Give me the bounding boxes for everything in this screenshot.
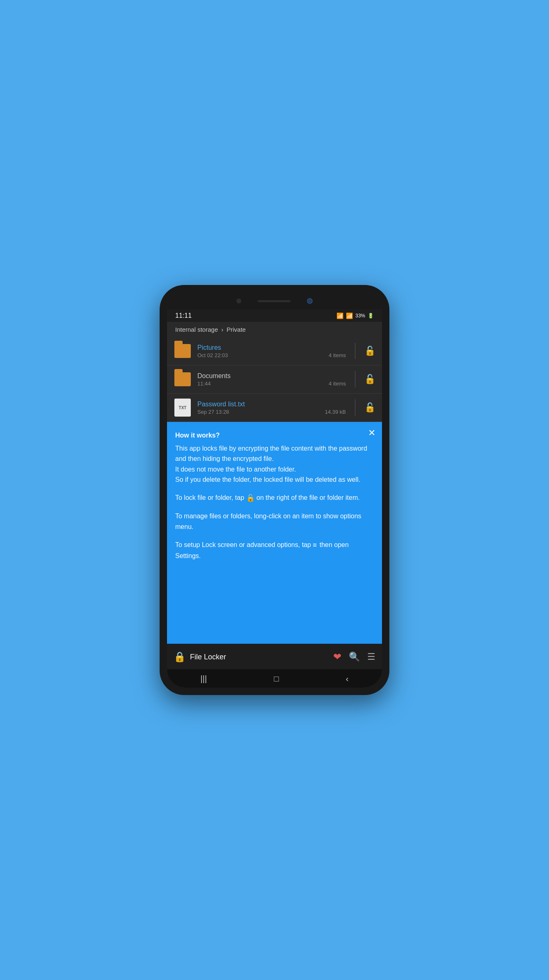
lock-divider: [355, 343, 355, 359]
file-meta-password: Sep 27 13:28 14.39 kB: [197, 409, 346, 415]
battery-icon: 🔋: [368, 313, 374, 319]
breadcrumb-root[interactable]: Internal storage: [175, 326, 218, 333]
app-nav-left: 🔒 File Locker: [174, 651, 226, 663]
recent-apps-button[interactable]: |||: [201, 674, 207, 684]
info-section-settings: To setup Lock screen or advanced options…: [175, 540, 374, 561]
app-lock-icon: 🔒: [174, 651, 186, 663]
breadcrumb-current: Private: [226, 326, 246, 333]
file-date-pictures: Oct 02 22:03: [197, 352, 228, 358]
file-info-documents: Documents 11:44 4 items: [197, 372, 346, 387]
file-name-password: Password list.txt: [197, 401, 346, 408]
file-date-documents: 11:44: [197, 381, 211, 387]
list-item[interactable]: TXT Password list.txt Sep 27 13:28 14.39…: [167, 394, 382, 422]
lock-button-documents[interactable]: 🔓: [364, 374, 375, 385]
txt-icon-password: TXT: [174, 399, 192, 417]
phone-device: 11:11 📶 📶 33% 🔋 Internal storage › Priva…: [160, 285, 389, 695]
info-popup: ✕ How it works? This app locks file by e…: [167, 422, 382, 644]
info-section-lock: To lock file or folder, tap 🔓 on the rig…: [175, 492, 374, 504]
folder-icon-pictures: [174, 342, 192, 360]
info-section-title: How it works? This app locks file by enc…: [175, 430, 374, 485]
info-popup-description: This app locks file by encrypting the fi…: [175, 443, 374, 485]
file-meta-documents: 11:44 4 items: [197, 381, 346, 387]
menu-icon[interactable]: ☰: [367, 652, 375, 662]
home-button[interactable]: □: [274, 674, 279, 684]
lock-inline-icon: 🔓: [246, 492, 255, 504]
hardware-camera-dot: [236, 299, 241, 303]
file-size-password: 14.39 kB: [325, 409, 346, 415]
signal-icon: 📶: [346, 312, 353, 319]
breadcrumb-separator: ›: [221, 326, 223, 333]
status-time: 11:11: [175, 312, 192, 319]
lock-button-pictures[interactable]: 🔓: [364, 346, 375, 356]
folder-shape: [174, 344, 191, 358]
hardware-speaker: [258, 300, 291, 302]
lock-button-password[interactable]: 🔓: [364, 402, 375, 413]
file-info-pictures: Pictures Oct 02 22:03 4 items: [197, 344, 346, 358]
folder-icon-documents: [174, 370, 192, 388]
info-popup-title: How it works?: [175, 430, 374, 441]
file-info-password: Password list.txt Sep 27 13:28 14.39 kB: [197, 401, 346, 415]
battery-indicator: 33%: [355, 313, 365, 319]
file-count-pictures: 4 items: [329, 352, 346, 358]
info-section-manage: To manage files or folders, long-click o…: [175, 511, 374, 532]
breadcrumb[interactable]: Internal storage › Private: [167, 322, 382, 337]
app-nav: 🔒 File Locker ❤ 🔍 ☰: [174, 648, 375, 666]
info-lock-instruction: To lock file or folder, tap 🔓 on the rig…: [175, 492, 374, 504]
list-item[interactable]: Documents 11:44 4 items 🔓: [167, 365, 382, 394]
wifi-icon: 📶: [336, 312, 343, 319]
folder-shape: [174, 372, 191, 386]
file-name-documents: Documents: [197, 372, 346, 380]
hardware-front-camera: [307, 298, 313, 304]
file-date-password: Sep 27 13:28: [197, 409, 229, 415]
info-settings-instruction: To setup Lock screen or advanced options…: [175, 540, 374, 561]
file-meta-pictures: Oct 02 22:03 4 items: [197, 352, 346, 358]
file-name-pictures: Pictures: [197, 344, 346, 351]
status-icons: 📶 📶 33% 🔋: [336, 312, 374, 319]
back-button[interactable]: ‹: [346, 674, 349, 684]
file-list: Pictures Oct 02 22:03 4 items 🔓 Document…: [167, 337, 382, 422]
info-manage-instruction: To manage files or folders, long-click o…: [175, 511, 374, 532]
close-button[interactable]: ✕: [368, 428, 375, 438]
status-bar: 11:11 📶 📶 33% 🔋: [167, 310, 382, 322]
search-icon[interactable]: 🔍: [349, 652, 360, 662]
app-nav-right: ❤ 🔍 ☰: [333, 651, 375, 663]
heart-icon[interactable]: ❤: [333, 651, 341, 663]
app-title: File Locker: [190, 653, 226, 661]
lock-divider: [355, 399, 355, 416]
android-nav-bar: ||| □ ‹: [167, 669, 382, 688]
phone-hardware-top: [167, 292, 382, 310]
menu-inline-icon: ≡: [313, 540, 318, 551]
lock-divider: [355, 371, 355, 387]
app-bottom-bar: 🔒 File Locker ❤ 🔍 ☰: [167, 644, 382, 669]
txt-shape: TXT: [174, 399, 191, 417]
phone-screen: 11:11 📶 📶 33% 🔋 Internal storage › Priva…: [167, 292, 382, 688]
list-item[interactable]: Pictures Oct 02 22:03 4 items 🔓: [167, 337, 382, 365]
file-count-documents: 4 items: [329, 381, 346, 387]
